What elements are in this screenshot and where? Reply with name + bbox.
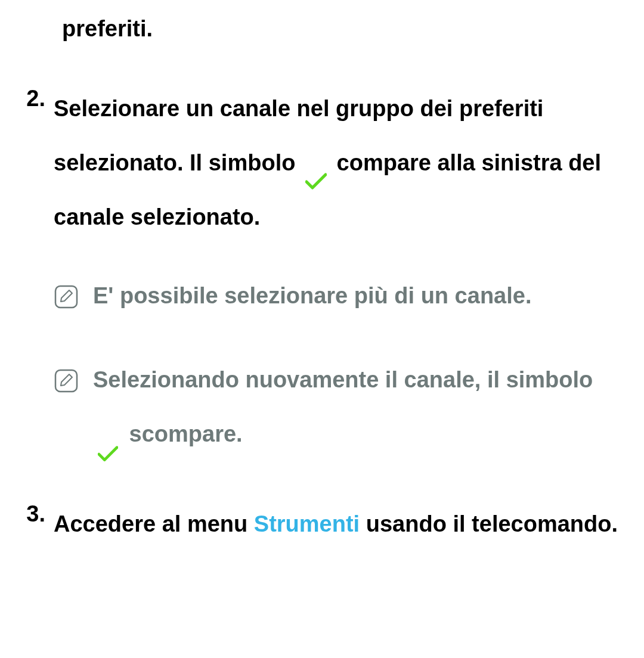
list-item-3: 3. Accedere al menu Strumenti usando il … <box>18 497 626 551</box>
note-item-2: Selezionando nuovamente il canale, il si… <box>54 353 626 461</box>
note-2-text: Selezionando nuovamente il canale, il si… <box>93 353 626 461</box>
list-content-3: Accedere al menu Strumenti usando il tel… <box>54 497 626 551</box>
svg-rect-0 <box>55 286 77 308</box>
note-2-text-after: scompare. <box>129 421 243 446</box>
note-1-text: E' possibile selezionare più di un canal… <box>93 269 626 323</box>
list-item-2: 2. Selezionare un canale nel gruppo dei … <box>18 82 626 491</box>
note-icon <box>54 359 79 384</box>
item3-text-before: Accedere al menu <box>54 511 254 536</box>
note-2-text-before: Selezionando nuovamente il canale, il si… <box>93 367 593 392</box>
item3-text-after: usando il telecomando. <box>360 511 618 536</box>
check-icon <box>98 427 118 444</box>
list-number-2: 2. <box>18 82 54 491</box>
note-item-1: E' possibile selezionare più di un canal… <box>54 269 626 323</box>
item3-highlight: Strumenti <box>254 511 360 536</box>
notes-block: E' possibile selezionare più di un canal… <box>54 269 626 462</box>
list-number-3: 3. <box>18 497 54 551</box>
list-content-2: Selezionare un canale nel gruppo dei pre… <box>54 82 626 491</box>
note-icon <box>54 275 79 300</box>
orphan-continuation-text: preferiti. <box>54 12 626 46</box>
orphan-text-content: preferiti. <box>62 16 153 41</box>
svg-rect-1 <box>55 370 77 392</box>
check-icon <box>305 156 327 173</box>
